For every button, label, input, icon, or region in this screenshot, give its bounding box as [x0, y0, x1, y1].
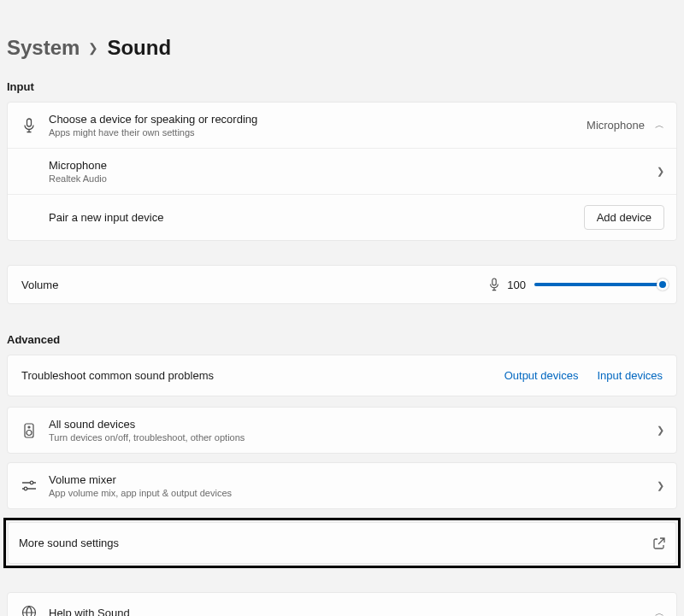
input-volume-row: Volume 100 — [7, 265, 677, 304]
help-group: Help with Sound ︿ Setting up a microphon… — [7, 592, 677, 616]
slider-thumb[interactable] — [657, 279, 669, 290]
microphone-icon[interactable] — [488, 278, 500, 291]
chevron-right-icon: ❯ — [88, 41, 98, 55]
mixer-label: Volume mixer — [49, 473, 657, 486]
input-device-item[interactable]: Microphone Realtek Audio ❯ — [8, 149, 676, 195]
chevron-up-icon: ︿ — [655, 607, 664, 617]
chevron-up-icon: ︿ — [655, 119, 664, 132]
slider-fill — [534, 283, 663, 286]
breadcrumb: System ❯ Sound — [0, 0, 684, 75]
device-driver: Realtek Audio — [49, 173, 657, 184]
all-devices-label: All sound devices — [49, 418, 657, 431]
svg-point-5 — [30, 481, 33, 484]
pair-device-row: Pair a new input device Add device — [8, 195, 676, 240]
add-device-button[interactable]: Add device — [584, 205, 664, 230]
troubleshoot-label: Troubleshoot common sound problems — [21, 369, 504, 382]
selected-device-text: Microphone — [587, 119, 645, 132]
troubleshoot-output-link[interactable]: Output devices — [504, 369, 579, 382]
volume-label: Volume — [21, 279, 488, 291]
svg-rect-0 — [27, 119, 32, 126]
breadcrumb-current: Sound — [107, 36, 171, 60]
chevron-right-icon: ❯ — [657, 166, 664, 177]
globe-help-icon — [20, 605, 38, 616]
device-name: Microphone — [49, 159, 657, 172]
external-link-icon — [653, 537, 665, 549]
all-devices-sub: Turn devices on/off, troubleshoot, other… — [49, 432, 657, 443]
all-sound-devices-row[interactable]: All sound devices Turn devices on/off, t… — [7, 407, 677, 454]
microphone-icon — [20, 118, 38, 133]
more-sound-settings-highlight: More sound settings — [3, 518, 681, 568]
troubleshoot-input-link[interactable]: Input devices — [597, 369, 663, 382]
help-label: Help with Sound — [49, 607, 655, 617]
section-header-advanced: Advanced — [0, 328, 684, 355]
help-header-row[interactable]: Help with Sound ︿ — [8, 593, 676, 616]
input-device-group: Choose a device for speaking or recordin… — [7, 102, 677, 241]
more-settings-label: More sound settings — [19, 537, 653, 549]
choose-device-row[interactable]: Choose a device for speaking or recordin… — [8, 103, 676, 149]
pair-device-label: Pair a new input device — [49, 211, 584, 224]
choose-device-sub: Apps might have their own settings — [49, 127, 587, 138]
mixer-sub: App volume mix, app input & output devic… — [49, 488, 657, 498]
speaker-device-icon — [20, 423, 38, 438]
section-header-input: Input — [0, 75, 684, 102]
svg-point-3 — [28, 426, 30, 428]
mixer-icon — [20, 480, 38, 492]
svg-point-7 — [23, 607, 36, 617]
svg-point-4 — [27, 430, 32, 435]
volume-mixer-row[interactable]: Volume mixer App volume mix, app input &… — [7, 462, 677, 509]
breadcrumb-parent[interactable]: System — [7, 36, 80, 60]
svg-point-6 — [24, 487, 27, 490]
troubleshoot-row: Troubleshoot common sound problems Outpu… — [7, 355, 677, 396]
svg-rect-1 — [492, 279, 496, 285]
more-sound-settings-row[interactable]: More sound settings — [8, 522, 676, 564]
chevron-right-icon: ❯ — [657, 425, 664, 436]
chevron-right-icon: ❯ — [657, 480, 664, 491]
volume-value: 100 — [507, 279, 526, 291]
volume-slider[interactable] — [534, 283, 663, 286]
choose-device-label: Choose a device for speaking or recordin… — [49, 113, 587, 126]
